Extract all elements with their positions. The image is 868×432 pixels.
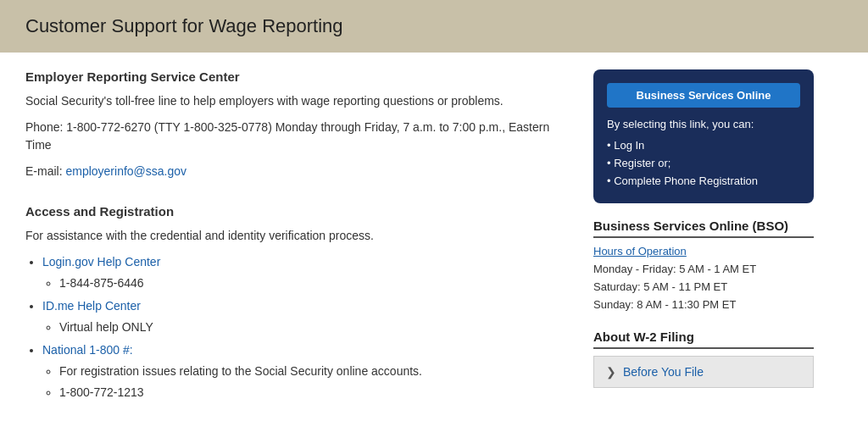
bso-option-phone: Complete Phone Registration	[607, 173, 800, 191]
hours-sunday: Sunday: 8 AM - 11:30 PM ET	[593, 296, 814, 314]
access-section: Access and Registration For assistance w…	[25, 204, 568, 402]
hours-of-operation-link[interactable]: Hours of Operation	[593, 245, 814, 258]
access-list: Login.gov Help Center 1-844-875-6446 ID.…	[42, 253, 568, 402]
list-item: ID.me Help Center Virtual help ONLY	[42, 297, 568, 336]
idme-link[interactable]: ID.me Help Center	[42, 299, 141, 313]
bso-option-register: Register or;	[607, 155, 800, 173]
w2-divider	[593, 347, 814, 349]
idme-virtual: Virtual help ONLY	[59, 318, 568, 336]
bso-card-description: By selecting this link, you can:	[607, 118, 800, 130]
email-label: E-mail:	[25, 164, 65, 178]
before-you-file-link[interactable]: Before You File	[623, 365, 704, 379]
employer-description: Social Security's toll-free line to help…	[25, 92, 568, 110]
access-section-title: Access and Registration	[25, 204, 568, 219]
sidebar: Business Services Online By selecting th…	[593, 69, 814, 425]
bso-divider	[593, 236, 814, 238]
hours-saturday: Saturday: 5 AM - 11 PM ET	[593, 279, 814, 296]
bso-card: Business Services Online By selecting th…	[593, 69, 814, 203]
bso-option-login: Log In	[607, 137, 800, 155]
bso-card-options: Log In Register or; Complete Phone Regis…	[607, 137, 800, 190]
page-header: Customer Support for Wage Reporting	[0, 0, 868, 53]
bso-button[interactable]: Business Services Online	[607, 83, 800, 108]
employer-section-title: Employer Reporting Service Center	[25, 69, 568, 84]
list-item: Login.gov Help Center 1-844-875-6446	[42, 253, 568, 292]
employer-email-line: E-mail: employerinfo@ssa.gov	[25, 163, 568, 180]
employer-phone: Phone: 1-800-772-6270 (TTY 1-800-325-077…	[25, 119, 568, 154]
employer-email-link[interactable]: employerinfo@ssa.gov	[65, 164, 186, 178]
logingov-link[interactable]: Login.gov Help Center	[42, 255, 160, 269]
access-description: For assistance with the credential and i…	[25, 227, 568, 245]
page-body: Employer Reporting Service Center Social…	[0, 53, 868, 432]
national800-description: For registration issues relating to the …	[59, 363, 568, 380]
employer-section: Employer Reporting Service Center Social…	[25, 69, 568, 180]
page-title: Customer Support for Wage Reporting	[25, 15, 843, 37]
logingov-phone: 1-844-875-6446	[59, 274, 568, 292]
main-content: Employer Reporting Service Center Social…	[25, 69, 568, 425]
national800-phone: 1-800-772-1213	[59, 384, 568, 402]
national800-link[interactable]: National 1-800 #:	[42, 343, 133, 357]
w2-section: About W-2 Filing ❯ Before You File	[593, 330, 814, 388]
bso-hours-section: Business Services Online (BSO) Hours of …	[593, 219, 814, 313]
chevron-right-icon: ❯	[606, 365, 616, 379]
bso-hours: Monday - Friday: 5 AM - 1 AM ET Saturday…	[593, 261, 814, 313]
before-you-file-accordion[interactable]: ❯ Before You File	[593, 356, 814, 388]
list-item: National 1-800 #: For registration issue…	[42, 341, 568, 402]
bso-section-title: Business Services Online (BSO)	[593, 219, 814, 233]
w2-section-title: About W-2 Filing	[593, 330, 814, 344]
hours-mon-fri: Monday - Friday: 5 AM - 1 AM ET	[593, 261, 814, 279]
